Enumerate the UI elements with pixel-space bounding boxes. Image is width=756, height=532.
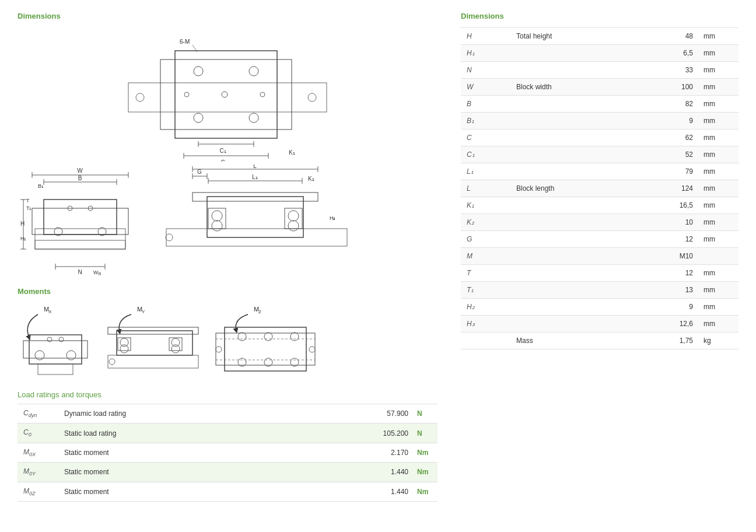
dim-row: N 33 mm: [461, 62, 738, 79]
dim-description: [510, 62, 639, 79]
dim-row: Mass 1,75 kg: [461, 332, 738, 349]
svg-text:Z: Z: [258, 309, 261, 314]
dim-unit: [699, 248, 738, 265]
dim-description: [510, 231, 639, 248]
rating-unit: N: [414, 424, 438, 443]
svg-text:B₁: B₁: [38, 183, 44, 189]
dim-value: 48: [639, 28, 699, 45]
dim-symbol: H: [461, 28, 510, 45]
dim-symbol: H₂: [461, 299, 510, 316]
moments-drawings: M X: [18, 303, 438, 379]
dim-row: W Block width 100 mm: [461, 79, 738, 96]
rating-symbol: C0: [18, 424, 58, 443]
ratings-row: M0X Static moment 2.170 Nm: [18, 443, 438, 462]
dim-value: 12: [639, 265, 699, 282]
dim-value: 16,5: [639, 197, 699, 214]
ratings-row: C0 Static load rating 105.200 N: [18, 424, 438, 443]
dim-unit: mm: [699, 316, 738, 332]
dim-description: [510, 265, 639, 282]
svg-point-7: [222, 92, 228, 97]
dim-value: 82: [639, 96, 699, 113]
svg-point-5: [194, 113, 203, 123]
rating-symbol: M0Z: [18, 482, 58, 501]
svg-text:N: N: [78, 269, 82, 275]
svg-text:L₁: L₁: [252, 174, 258, 180]
svg-rect-24: [35, 240, 125, 249]
svg-text:6-M: 6-M: [180, 38, 190, 45]
svg-point-103: [238, 332, 246, 341]
svg-rect-84: [38, 364, 73, 374]
svg-point-3: [194, 66, 203, 76]
dim-unit: mm: [699, 299, 738, 316]
moments-title: Moments: [18, 287, 438, 296]
top-view-svg: C₁ C K₁ 6-M: [111, 27, 344, 162]
dim-description: [510, 163, 639, 180]
dim-value: 62: [639, 130, 699, 146]
svg-rect-2: [160, 60, 292, 130]
svg-point-61: [166, 234, 173, 241]
left-panel: Dimensions: [18, 12, 438, 502]
moment-my-svg: M Y: [99, 303, 201, 379]
rating-description: Dynamic load rating: [58, 404, 362, 424]
dim-description: [510, 130, 639, 146]
ratings-row: M0Y Static moment 1.440 Nm: [18, 463, 438, 482]
rating-value: 1.440: [362, 482, 414, 501]
svg-text:K₂: K₂: [308, 176, 314, 182]
dim-unit: mm: [699, 113, 738, 130]
dim-row: T 12 mm: [461, 265, 738, 282]
svg-text:W: W: [77, 167, 83, 174]
rating-symbol: M0X: [18, 443, 58, 462]
dim-unit: mm: [699, 180, 738, 197]
svg-text:WR: WR: [93, 270, 102, 275]
dim-value: M10: [639, 248, 699, 265]
dim-unit: mm: [699, 96, 738, 113]
dim-symbol: B: [461, 96, 510, 113]
svg-point-94: [172, 345, 180, 353]
svg-text:T₁: T₁: [26, 205, 32, 211]
dim-row: L Block length 124 mm: [461, 180, 738, 197]
svg-point-59: [288, 211, 299, 221]
svg-point-6: [249, 113, 258, 123]
dim-value: 12: [639, 231, 699, 248]
dim-description: [510, 45, 639, 62]
rating-value: 1.440: [362, 463, 414, 482]
dim-row: H₃ 12,6 mm: [461, 316, 738, 332]
dim-symbol: C: [461, 130, 510, 146]
dim-value: 9: [639, 113, 699, 130]
svg-text:T: T: [26, 198, 30, 204]
rating-value: 105.200: [362, 424, 414, 443]
svg-rect-79: [23, 341, 88, 358]
moments-section: Moments M X: [18, 287, 438, 379]
rating-description: Static moment: [58, 482, 362, 501]
dim-symbol: G: [461, 231, 510, 248]
dim-unit: mm: [699, 130, 738, 146]
dim-description: [510, 197, 639, 214]
dim-row: G 12 mm: [461, 231, 738, 248]
svg-rect-89: [118, 338, 131, 351]
dimensions-table: H Total height 48 mm H₁ 6,5 mm N 33 mm W…: [461, 27, 738, 349]
dim-row: C₁ 52 mm: [461, 146, 738, 163]
front-view-svg: W B B₁ H H₁ T T₁: [18, 164, 146, 275]
dim-value: 10: [639, 214, 699, 231]
svg-rect-100: [216, 333, 315, 365]
dim-description: Block length: [510, 180, 639, 197]
svg-rect-53: [207, 197, 303, 237]
svg-rect-1: [175, 51, 277, 138]
dim-row: H₂ 9 mm: [461, 299, 738, 316]
load-ratings-section: Load ratings and torques Cdyn Dynamic lo…: [18, 390, 438, 502]
svg-point-96: [109, 359, 115, 365]
dim-unit: mm: [699, 214, 738, 231]
svg-point-57: [212, 220, 222, 231]
rating-value: 57.900: [362, 404, 414, 424]
dim-description: [510, 96, 639, 113]
svg-point-104: [264, 332, 272, 341]
dim-row: H₁ 6,5 mm: [461, 45, 738, 62]
dim-value: 124: [639, 180, 699, 197]
dim-description: [510, 146, 639, 163]
dim-row: H Total height 48 mm: [461, 28, 738, 45]
dimensions-title-left: Dimensions: [18, 12, 438, 20]
dim-unit: mm: [699, 62, 738, 79]
rating-symbol: M0Y: [18, 463, 58, 482]
dim-unit: mm: [699, 265, 738, 282]
svg-text:G: G: [197, 169, 202, 175]
